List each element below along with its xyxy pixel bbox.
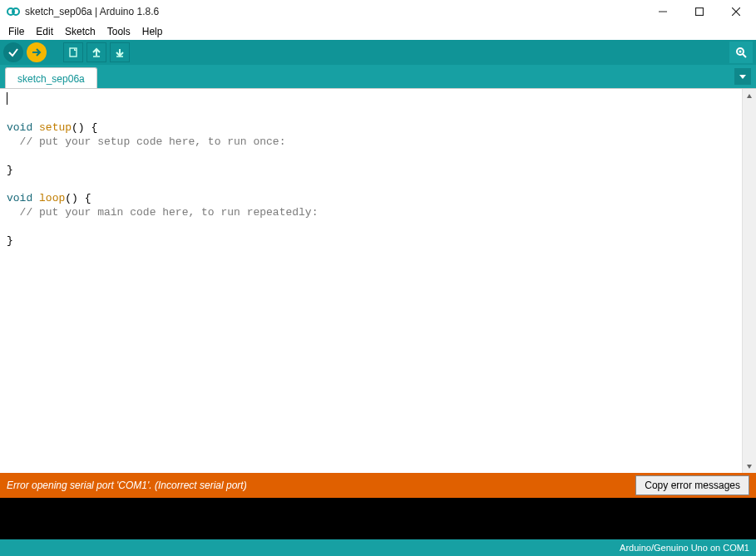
new-sketch-button[interactable]: [63, 42, 83, 62]
copy-error-button[interactable]: Copy error messages: [635, 475, 749, 495]
code-text: }: [7, 164, 13, 176]
menu-help[interactable]: Help: [137, 24, 168, 39]
close-button[interactable]: [726, 2, 746, 22]
open-sketch-button[interactable]: [86, 42, 106, 62]
menu-sketch[interactable]: Sketch: [60, 24, 101, 39]
board-port-label: Arduino/Genuino Uno on COM1: [620, 543, 749, 553]
code-editor[interactable]: void setup() { // put your setup code he…: [0, 89, 742, 473]
code-comment: // put your main code here, to run repea…: [7, 206, 318, 219]
arduino-logo-icon: [7, 5, 20, 18]
scroll-up-arrow-icon[interactable]: [743, 89, 757, 103]
toolbar: [0, 40, 756, 65]
code-fn: loop: [39, 192, 65, 204]
window-controls: [653, 2, 749, 22]
svg-marker-15: [739, 75, 746, 79]
verify-button[interactable]: [3, 42, 23, 62]
scroll-down-arrow-icon[interactable]: [743, 459, 757, 473]
menu-bar: File Edit Sketch Tools Help: [0, 23, 756, 40]
window-title: sketch_sep06a | Arduino 1.8.6: [25, 6, 159, 17]
menu-file[interactable]: File: [3, 24, 29, 39]
scroll-track[interactable]: [743, 103, 757, 459]
editor-scrollbar[interactable]: [742, 89, 756, 473]
code-kw: void: [7, 192, 32, 204]
error-message: Error opening serial port 'COM1'. (Incor…: [7, 480, 247, 491]
code-text: () {: [72, 121, 97, 134]
menu-tools[interactable]: Tools: [102, 24, 136, 39]
code-kw: void: [7, 121, 32, 134]
tab-dropdown-button[interactable]: [734, 68, 751, 85]
code-fn: setup: [39, 121, 72, 134]
status-bar: Error opening serial port 'COM1'. (Incor…: [0, 473, 756, 498]
serial-monitor-button[interactable]: [729, 42, 753, 63]
code-comment: // put your setup code here, to run once…: [7, 135, 285, 148]
maximize-button[interactable]: [689, 2, 709, 22]
code-text: () {: [65, 192, 91, 204]
svg-marker-17: [747, 465, 752, 469]
svg-rect-3: [696, 8, 704, 16]
editor-area: void setup() { // put your setup code he…: [0, 88, 756, 473]
footer-bar: Arduino/Genuino Uno on COM1: [0, 539, 756, 556]
tab-strip: sketch_sep06a: [0, 65, 756, 88]
tab-active[interactable]: sketch_sep06a: [5, 67, 97, 88]
text-cursor: [7, 92, 7, 105]
code-text: }: [7, 234, 13, 247]
menu-edit[interactable]: Edit: [31, 24, 58, 39]
window-titlebar: sketch_sep06a | Arduino 1.8.6: [0, 0, 756, 23]
svg-point-14: [739, 51, 742, 53]
svg-line-13: [743, 54, 746, 57]
output-console[interactable]: [0, 498, 756, 539]
upload-button[interactable]: [27, 42, 47, 62]
minimize-button[interactable]: [653, 2, 673, 22]
save-sketch-button[interactable]: [110, 42, 130, 62]
svg-rect-7: [70, 48, 77, 57]
svg-marker-16: [747, 94, 752, 98]
